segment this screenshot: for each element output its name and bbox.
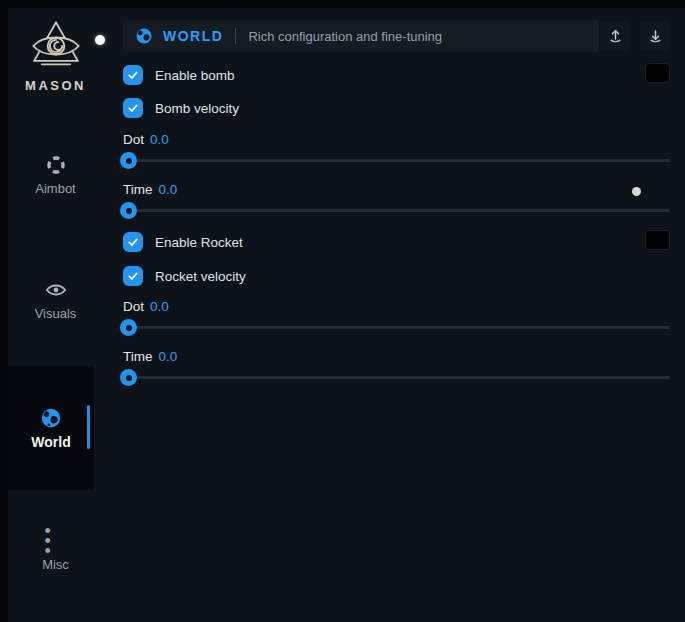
bomb-velocity-checkbox[interactable]	[123, 98, 143, 118]
bomb-time-slider-track[interactable]	[123, 209, 670, 212]
page-subtitle: Rich configuration and fine-tuning	[248, 29, 442, 44]
checkbox-label: Rocket velocity	[155, 269, 246, 284]
upload-icon	[607, 28, 624, 45]
sidebar-item-label: Visuals	[35, 306, 77, 321]
bomb-dot-slider-track[interactable]	[123, 159, 670, 162]
check-icon	[127, 69, 139, 81]
mason-menu-window: MASON Aimbot Visuals	[8, 8, 685, 622]
checkbox-label: Enable Rocket	[155, 235, 243, 250]
globe-icon	[135, 27, 153, 45]
check-icon	[127, 270, 139, 282]
crosshair-icon	[45, 154, 67, 176]
header-divider	[235, 28, 236, 44]
slider-value: 0.0	[150, 299, 169, 314]
checkbox-label: Bomb velocity	[155, 101, 239, 116]
sidebar-item-label: World	[31, 434, 70, 450]
sidebar-item-label: Misc	[42, 557, 69, 572]
cursor-dot	[632, 187, 641, 196]
eye-icon	[45, 279, 67, 301]
screen: MASON Aimbot Visuals	[0, 0, 685, 622]
row-bomb-velocity: Bomb velocity	[123, 98, 239, 118]
sidebar-item-misc[interactable]: • • • Misc	[8, 530, 103, 572]
slider-label-bomb-dot: Dot0.0	[123, 132, 169, 147]
enable-bomb-keybind-box[interactable]	[645, 63, 670, 83]
download-icon	[647, 28, 664, 45]
slider-label-bomb-time: Time0.0	[123, 182, 177, 197]
rocket-time-slider-track[interactable]	[123, 376, 670, 379]
slider-label-rocket-time: Time0.0	[123, 349, 177, 364]
slider-value: 0.0	[159, 349, 178, 364]
sidebar: MASON Aimbot Visuals	[8, 8, 103, 622]
slider-value: 0.0	[150, 132, 169, 147]
sidebar-item-world-active[interactable]: World	[8, 366, 94, 490]
ellipsis-icon: • • •	[45, 530, 67, 552]
globe-icon	[40, 407, 62, 429]
rocket-dot-slider-track[interactable]	[123, 326, 670, 329]
sidebar-item-aimbot[interactable]: Aimbot	[8, 154, 103, 196]
check-icon	[127, 236, 139, 248]
mason-eye-triangle-icon	[28, 18, 84, 74]
sidebar-item-label: Aimbot	[35, 181, 75, 196]
cursor-dot	[95, 35, 105, 45]
enable-rocket-checkbox[interactable]	[123, 232, 143, 252]
rocket-velocity-checkbox[interactable]	[123, 266, 143, 286]
page-header: WORLD Rich configuration and fine-tuning	[123, 20, 599, 52]
slider-value: 0.0	[159, 182, 178, 197]
checkbox-label: Enable bomb	[155, 68, 235, 83]
brand-logo: MASON	[8, 18, 103, 93]
import-config-button[interactable]	[640, 21, 670, 51]
row-rocket-velocity: Rocket velocity	[123, 266, 246, 286]
row-enable-rocket: Enable Rocket	[123, 232, 243, 252]
bomb-dot-slider-handle[interactable]	[120, 152, 137, 169]
enable-bomb-checkbox[interactable]	[123, 65, 143, 85]
slider-label-rocket-dot: Dot0.0	[123, 299, 169, 314]
enable-rocket-keybind-box[interactable]	[645, 230, 670, 250]
row-enable-bomb: Enable bomb	[123, 65, 235, 85]
active-tab-indicator	[87, 405, 90, 449]
brand-name: MASON	[25, 78, 86, 93]
rocket-time-slider-handle[interactable]	[120, 369, 137, 386]
export-config-button[interactable]	[600, 21, 630, 51]
bomb-time-slider-handle[interactable]	[120, 202, 137, 219]
page-title: WORLD	[163, 28, 223, 44]
sidebar-item-visuals[interactable]: Visuals	[8, 279, 103, 321]
rocket-dot-slider-handle[interactable]	[120, 319, 137, 336]
check-icon	[127, 102, 139, 114]
